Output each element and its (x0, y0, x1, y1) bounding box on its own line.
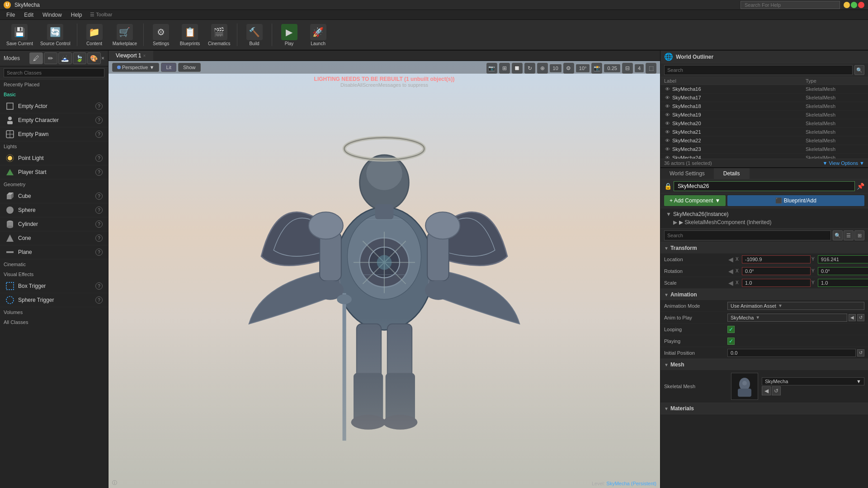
list-view-icon[interactable]: ☰ (844, 230, 854, 240)
transform-section-header[interactable]: ▼ Transform (660, 243, 868, 253)
scale-y-input[interactable] (818, 279, 868, 287)
category-basic[interactable]: Basic (0, 89, 108, 99)
menu-help[interactable]: Help (66, 11, 87, 19)
category-lights[interactable]: Lights (0, 141, 108, 151)
mode-foliage[interactable]: 🍃 (73, 52, 86, 64)
add-component-button[interactable]: + Add Component ▼ (664, 195, 726, 206)
menu-file[interactable]: File (2, 11, 19, 19)
eye-icon[interactable]: 👁 (664, 120, 670, 127)
list-item[interactable]: Plane ? (0, 245, 108, 259)
details-search-input[interactable] (664, 230, 831, 240)
list-item[interactable]: Box Trigger ? (0, 279, 108, 293)
sphere-info-icon[interactable]: ? (95, 206, 103, 214)
cube-info-icon[interactable]: ? (95, 192, 103, 200)
category-visual-effects[interactable]: Visual Effects (0, 269, 108, 279)
content-button[interactable]: 📁 Content (81, 22, 108, 48)
empty-character-info-icon[interactable]: ? (95, 117, 103, 124)
table-row[interactable]: 👁 SkyMecha18 SkeletalMesh (660, 102, 868, 111)
location-y-input[interactable] (818, 255, 868, 263)
grid-view-icon[interactable]: ⊞ (854, 230, 864, 240)
materials-section-header[interactable]: ▼ Materials (660, 403, 868, 414)
location-x-input[interactable] (742, 255, 811, 263)
menu-edit[interactable]: Edit (19, 11, 38, 19)
eye-icon[interactable]: 👁 (664, 146, 670, 152)
rotation-x-input[interactable] (742, 267, 811, 275)
looping-checkbox[interactable]: ✓ (727, 326, 735, 333)
mesh-prev-icon[interactable]: ◀ (762, 386, 771, 395)
col-label-header[interactable]: Label (664, 78, 806, 84)
list-item[interactable]: Point Light ? (0, 151, 108, 165)
mode-geometry[interactable]: 🎨 (87, 52, 101, 64)
vp-scale-icon[interactable]: ⊕ (537, 63, 548, 74)
category-cinematic[interactable]: Cinematic (0, 259, 108, 269)
mode-paint[interactable]: ✏ (44, 52, 57, 64)
mesh-refresh-icon[interactable]: ↺ (772, 386, 781, 395)
cone-info-icon[interactable]: ? (95, 235, 103, 242)
list-item[interactable]: Sphere ? (0, 203, 108, 217)
show-button[interactable]: Show (178, 63, 201, 72)
instance-item[interactable]: ▼ SkyMecha26(Instance) (664, 210, 864, 218)
table-row[interactable]: 👁 SkyMecha24 SkeletalMesh (660, 154, 868, 159)
viewport[interactable]: Perspective ▼ Lit Show 📷 ⊞ 🔲 ↻ ⊕ 10 ⚙ (108, 61, 660, 488)
tab-world-settings[interactable]: World Settings (660, 168, 714, 179)
perspective-dropdown[interactable]: Perspective ▼ (112, 63, 159, 72)
tab-details[interactable]: Details (714, 168, 750, 179)
play-button[interactable]: ▶ Play (276, 22, 303, 48)
plane-info-icon[interactable]: ? (95, 249, 103, 256)
list-item[interactable]: Cube ? (0, 189, 108, 203)
minimize-button[interactable] (844, 2, 850, 8)
eye-icon[interactable]: 👁 (664, 94, 670, 101)
eye-icon[interactable]: 👁 (664, 155, 670, 159)
sphere-trigger-info-icon[interactable]: ? (95, 296, 103, 304)
eye-icon[interactable]: 👁 (664, 103, 670, 109)
anim-to-play-dropdown[interactable]: SkyMecha ▼ (727, 314, 847, 322)
initial-position-input[interactable] (727, 349, 856, 357)
maximize-button[interactable] (851, 2, 857, 8)
modes-close[interactable]: × (101, 55, 104, 61)
vp-layers-icon[interactable]: ⊟ (622, 63, 633, 74)
list-item[interactable]: Empty Character ? (0, 113, 108, 127)
table-row[interactable]: 👁 SkyMecha17 SkeletalMesh (660, 94, 868, 102)
mesh-section-header[interactable]: ▼ Mesh (660, 359, 868, 370)
table-row[interactable]: 👁 SkyMecha20 SkeletalMesh (660, 119, 868, 128)
eye-icon[interactable]: 👁 (664, 129, 670, 135)
category-volumes[interactable]: Volumes (0, 307, 108, 317)
menu-window[interactable]: Window (38, 11, 66, 19)
category-geometry[interactable]: Geometry (0, 179, 108, 189)
cylinder-info-icon[interactable]: ? (95, 221, 103, 228)
search-filter-icon[interactable]: 🔍 (833, 230, 843, 240)
vp-options1-icon[interactable]: ⚙ (563, 63, 574, 74)
list-item[interactable]: Empty Pawn ? (0, 127, 108, 141)
help-search-input[interactable] (741, 1, 840, 9)
list-item[interactable]: Cone ? (0, 231, 108, 245)
settings-button[interactable]: ⚙ Settings (147, 22, 175, 48)
scale-x-input[interactable] (742, 279, 811, 287)
viewport-close-icon[interactable]: × (143, 53, 146, 58)
vp-rotate-icon[interactable]: ↻ (524, 63, 535, 74)
box-trigger-info-icon[interactable]: ? (95, 282, 103, 290)
mode-place[interactable]: 🖊 (29, 52, 43, 64)
outliner-search-input[interactable] (664, 65, 853, 75)
source-control-button[interactable]: 🔄 Source Control (38, 22, 73, 48)
scale-arrow-icon[interactable]: ◀ (727, 279, 734, 286)
rotation-y-input[interactable] (818, 267, 868, 275)
location-arrow-icon[interactable]: ◀ (727, 256, 734, 263)
vp-camera2-icon[interactable]: 📸 (591, 63, 602, 74)
blueprint-button[interactable]: ⬛ Blueprint/Add (727, 195, 864, 206)
inherited-component[interactable]: ▶ ▶ SkeletalMeshComponent (Inherited) (664, 218, 864, 226)
blueprints-button[interactable]: 📋 Blueprints (176, 22, 203, 48)
point-light-info-icon[interactable]: ? (95, 155, 103, 162)
animation-section-header[interactable]: ▼ Animation (660, 289, 868, 300)
vp-camera-icon[interactable]: 📷 (486, 63, 497, 74)
close-button[interactable] (858, 2, 864, 8)
save-current-button[interactable]: 💾 Save Current (4, 22, 36, 48)
vp-grid-icon[interactable]: ⊞ (499, 63, 510, 74)
table-row[interactable]: 👁 SkyMecha21 SkeletalMesh (660, 128, 868, 136)
view-options-button[interactable]: ▼ View Options ▼ (823, 160, 865, 166)
table-row[interactable]: 👁 SkyMecha19 SkeletalMesh (660, 111, 868, 119)
build-button[interactable]: 🔨 Build (241, 22, 268, 48)
viewport-info-icon[interactable]: ⓘ (112, 479, 117, 486)
search-classes-input[interactable] (4, 68, 104, 77)
anim-refresh-icon[interactable]: ↺ (857, 314, 864, 321)
vp-maximize-icon[interactable]: ⬚ (646, 63, 656, 74)
